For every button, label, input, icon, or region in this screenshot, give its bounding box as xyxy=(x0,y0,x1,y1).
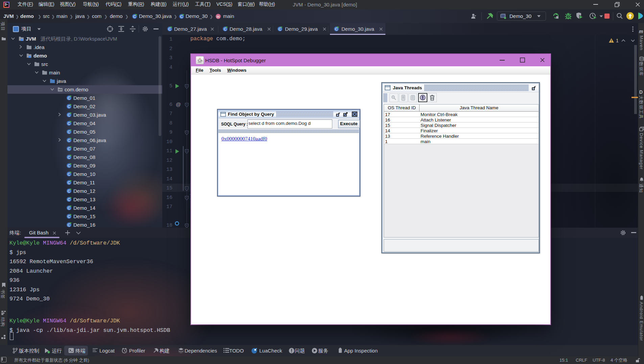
svg-text:m: m xyxy=(217,15,219,19)
